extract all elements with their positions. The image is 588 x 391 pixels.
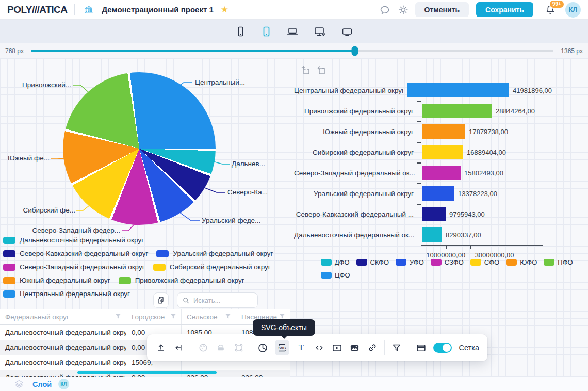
legend-item[interactable]: ЦФО bbox=[321, 271, 350, 279]
layer-button[interactable]: Слой bbox=[32, 380, 52, 388]
legend-item[interactable]: Дальневосточный федеральный округ bbox=[3, 236, 144, 244]
bar-value-label: 17879738,00 bbox=[469, 128, 508, 136]
tablet-icon[interactable] bbox=[260, 25, 272, 38]
settings-gear-icon[interactable] bbox=[397, 3, 410, 17]
bar-category-label: Уральский федеральный округ bbox=[294, 190, 418, 198]
legend-chip bbox=[544, 259, 554, 266]
pie-slice-label: Центральный... bbox=[195, 78, 245, 86]
transform-icon[interactable] bbox=[233, 341, 244, 354]
bucket-icon[interactable] bbox=[215, 341, 226, 354]
cancel-button[interactable]: Отменить bbox=[415, 2, 469, 17]
bar-row: Южный федеральный округ17879738,00 bbox=[294, 121, 552, 142]
x-axis-tick bbox=[519, 246, 520, 249]
phone-icon[interactable] bbox=[234, 25, 247, 38]
chat-icon[interactable] bbox=[378, 3, 391, 17]
pie-slice-label: Приволжский... bbox=[9, 81, 71, 89]
legend-item[interactable]: ПФО bbox=[544, 258, 573, 266]
bar-row: Северо-Западный федеральный ок...1580249… bbox=[294, 162, 552, 183]
legend-chip bbox=[3, 237, 15, 244]
notification-bell-icon[interactable]: 99+ bbox=[544, 3, 557, 17]
width-slider[interactable] bbox=[31, 50, 553, 52]
pie-chart[interactable] bbox=[63, 72, 216, 225]
bar[interactable] bbox=[422, 227, 442, 242]
grid-toggle[interactable] bbox=[433, 343, 452, 353]
svg-objects-icon[interactable]: SVG bbox=[275, 340, 289, 355]
favorite-star-icon[interactable]: ★ bbox=[221, 5, 228, 14]
divider bbox=[74, 4, 75, 15]
table-header-row: Федеральный округГородскоеСельскоеНаселе… bbox=[0, 309, 290, 325]
image-icon[interactable] bbox=[349, 341, 360, 354]
widescreen-icon[interactable] bbox=[340, 25, 354, 38]
crop-icon[interactable] bbox=[300, 64, 312, 76]
legend-chip bbox=[321, 259, 332, 266]
legend-item[interactable]: Северо-Западный федеральный округ bbox=[3, 263, 145, 271]
video-icon[interactable] bbox=[331, 341, 342, 354]
bar[interactable] bbox=[422, 145, 463, 159]
filter-icon[interactable] bbox=[170, 313, 177, 321]
table-column-header[interactable]: Городское bbox=[126, 309, 182, 324]
copy-icon[interactable] bbox=[153, 292, 169, 308]
legend-item[interactable]: Северо-Кавказский федеральный округ bbox=[3, 250, 148, 257]
table-cell: Дальневосточный федеральный округ bbox=[0, 340, 126, 355]
legend-chip bbox=[321, 272, 332, 279]
pie-legend: Дальневосточный федеральный округСеверо-… bbox=[3, 236, 290, 298]
svg-objects-tooltip: SVG-объекты bbox=[253, 319, 315, 336]
bar[interactable] bbox=[422, 166, 461, 180]
legend-item[interactable]: УФО bbox=[396, 258, 424, 266]
bar-category-label: Северо-Западный федеральный ок... bbox=[294, 169, 418, 177]
reset-icon[interactable] bbox=[316, 64, 327, 76]
filter-icon[interactable] bbox=[224, 313, 232, 321]
bar[interactable] bbox=[422, 207, 446, 221]
pie-chart-widget: Центральный...Дальнев...Северо-Ка...Урал… bbox=[0, 58, 290, 291]
legend-item[interactable]: ЮФО bbox=[506, 258, 537, 266]
user-avatar[interactable]: КЛ bbox=[565, 2, 581, 18]
horizontal-scrollbar[interactable] bbox=[77, 371, 217, 374]
x-axis-tick bbox=[495, 246, 496, 249]
pie-slice-label: Сибирский фе... bbox=[14, 206, 75, 214]
search-input[interactable] bbox=[193, 297, 250, 304]
bar[interactable] bbox=[422, 104, 492, 118]
bar-category-label: Дальневосточный федеральный ок... bbox=[294, 231, 418, 239]
code-icon[interactable] bbox=[313, 341, 324, 354]
bar[interactable] bbox=[422, 124, 465, 139]
link-icon[interactable] bbox=[367, 341, 378, 354]
legend-item[interactable]: СФО bbox=[470, 258, 499, 266]
window-icon[interactable] bbox=[415, 341, 427, 354]
legend-item[interactable]: Приволжский федеральный округ bbox=[119, 276, 244, 284]
svg-text:T: T bbox=[299, 343, 304, 352]
bar-value-label: 9795943,00 bbox=[449, 210, 485, 218]
legend-item[interactable]: ДФО bbox=[321, 258, 350, 266]
upload-icon[interactable] bbox=[155, 341, 167, 354]
bar-category-label: Центральный федеральный округ bbox=[294, 87, 403, 94]
laptop-icon[interactable] bbox=[286, 25, 299, 38]
legend-label: Северо-Западный федеральный округ bbox=[20, 263, 145, 271]
layers-icon[interactable] bbox=[12, 378, 26, 391]
bar[interactable] bbox=[422, 186, 454, 201]
legend-item[interactable]: СКФО bbox=[356, 258, 389, 266]
save-button[interactable]: Сохранить bbox=[476, 2, 533, 17]
table-column-header[interactable]: Сельское bbox=[182, 309, 236, 324]
text-icon[interactable]: T bbox=[296, 341, 307, 354]
legend-item[interactable]: Сибирский федеральный округ bbox=[153, 263, 271, 271]
indent-left-icon[interactable] bbox=[173, 341, 184, 354]
slider-handle[interactable] bbox=[352, 46, 358, 56]
legend-item[interactable]: Уральский федеральный округ bbox=[156, 250, 273, 257]
legend-label: ЦФО bbox=[335, 271, 350, 279]
pie-chart-icon[interactable] bbox=[257, 341, 269, 354]
legend-chip bbox=[156, 250, 169, 257]
pie-slice-label: Уральский феде... bbox=[202, 217, 260, 224]
palette-icon[interactable] bbox=[198, 341, 209, 354]
table-column-header[interactable]: Федеральный округ bbox=[0, 309, 126, 324]
legend-item[interactable]: СЗФО bbox=[431, 258, 464, 266]
filter-icon[interactable] bbox=[115, 313, 122, 321]
x-axis-tick-label: 10000000,00 bbox=[426, 251, 465, 259]
filter-icon[interactable] bbox=[391, 341, 402, 354]
table-cell: Дальневосточный федеральный округ bbox=[0, 355, 126, 370]
layer-avatar[interactable]: КЛ bbox=[58, 379, 69, 389]
bar[interactable] bbox=[407, 83, 509, 97]
bar-row: Уральский федеральный округ13378223,00 bbox=[294, 183, 552, 204]
legend-label: Южный федеральный округ bbox=[20, 276, 110, 284]
legend-item[interactable]: Южный федеральный округ bbox=[3, 276, 110, 284]
legend-chip bbox=[356, 259, 367, 266]
desktop-check-icon[interactable] bbox=[313, 25, 327, 38]
